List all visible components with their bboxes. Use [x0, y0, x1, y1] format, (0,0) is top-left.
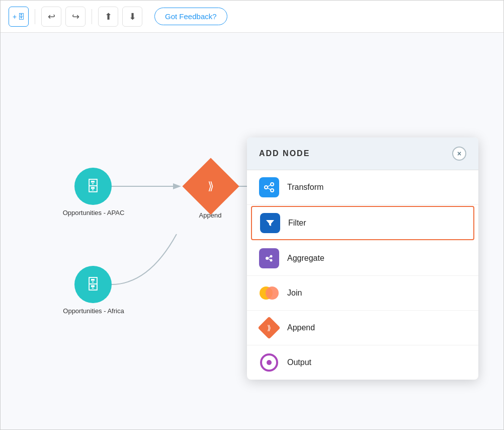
append-node-label: Append [185, 211, 235, 220]
undo-button[interactable]: ↩ [41, 7, 61, 27]
redo-button[interactable]: ↪ [65, 7, 86, 27]
apac-node[interactable]: 🗄 [74, 168, 112, 205]
panel-title: ADD NODE [259, 149, 310, 158]
africa-node-label: Opportunities - Africa [61, 307, 126, 316]
filter-label: Filter [288, 219, 306, 228]
output-label: Output [287, 358, 311, 367]
panel-item-output[interactable]: Output [247, 345, 478, 380]
aggregate-label: Aggregate [287, 254, 324, 263]
feedback-button[interactable]: Got Feedback? [154, 8, 227, 25]
transform-label: Transform [287, 183, 323, 192]
add-datasource-button[interactable]: + 🗄 [9, 7, 29, 27]
plus-icon: + [13, 13, 17, 21]
output-icon [260, 353, 278, 372]
transform-icon [259, 177, 279, 197]
filter-icon [260, 213, 280, 233]
join-icon [260, 283, 279, 303]
add-node-panel: ADD NODE × Transform [247, 137, 478, 380]
upload-button[interactable]: ⬆ [98, 7, 118, 27]
svg-point-4 [271, 189, 274, 192]
svg-point-3 [271, 183, 274, 186]
toolbar-divider [35, 9, 35, 24]
canvas: 🗄 Opportunities - APAC 🗄 Opportunities -… [1, 33, 503, 430]
svg-line-11 [269, 259, 270, 260]
toolbar-divider-2 [92, 9, 92, 24]
svg-line-5 [268, 185, 271, 187]
append-node[interactable]: ⟫ [182, 158, 239, 214]
download-button[interactable]: ⬇ [122, 7, 142, 27]
append-icon-wrap: ⟫ [259, 318, 279, 338]
africa-node[interactable]: 🗄 [74, 266, 112, 303]
panel-item-join[interactable]: Join [247, 276, 478, 311]
toolbar: + 🗄 ↩ ↪ ⬆ ⬇ Got Feedback? [1, 1, 503, 33]
undo-icon: ↩ [48, 11, 55, 22]
panel-close-button[interactable]: × [452, 147, 466, 161]
append-label: Append [287, 323, 315, 332]
apac-node-label: Opportunities - APAC [61, 209, 126, 218]
append-icon: ⟫ [208, 180, 214, 193]
svg-point-8 [270, 255, 273, 258]
upload-icon: ⬆ [105, 11, 112, 22]
database-icon-2: 🗄 [86, 276, 100, 293]
svg-point-7 [266, 257, 269, 260]
panel-item-append[interactable]: ⟫ Append [247, 311, 478, 345]
output-icon-wrap [259, 352, 279, 373]
svg-line-6 [268, 188, 271, 190]
append-diamond-icon: ⟫ [267, 324, 271, 332]
svg-point-9 [270, 259, 273, 262]
join-icon-wrap [259, 283, 279, 303]
panel-item-transform[interactable]: Transform [247, 170, 478, 205]
database-icon: 🗄 [18, 13, 25, 21]
aggregate-icon [259, 248, 279, 268]
panel-item-aggregate[interactable]: Aggregate [247, 241, 478, 276]
svg-line-10 [269, 257, 270, 258]
panel-item-filter[interactable]: Filter [251, 206, 474, 240]
join-label: Join [287, 289, 302, 298]
panel-header: ADD NODE × [247, 137, 478, 170]
redo-icon: ↪ [72, 11, 79, 22]
database-icon: 🗄 [86, 178, 100, 195]
svg-point-2 [265, 186, 268, 189]
download-icon: ⬇ [129, 11, 136, 22]
